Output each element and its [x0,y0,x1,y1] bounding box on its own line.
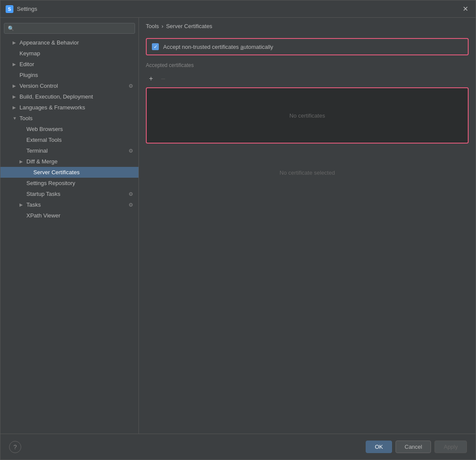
no-cert-selected-text: No certificate selected [146,169,469,176]
checkmark-icon: ✓ [154,44,158,50]
title-bar: S Settings ✕ [0,0,476,18]
sidebar-item-label: Languages & Frameworks [19,104,133,111]
sidebar-item-label: Tools [19,115,133,121]
sidebar-item-label: Build, Execution, Deployment [19,93,133,100]
sidebar-item-label: Diff & Merge [26,158,133,165]
breadcrumb-separator: › [161,23,163,29]
arrow-icon: ▼ [13,116,19,121]
sidebar-item-label: Terminal [26,147,129,154]
help-button[interactable]: ? [9,441,21,453]
cert-toolbar: + – [146,72,469,86]
sidebar-item-plugins[interactable]: Plugins [0,70,138,80]
sidebar-item-diff-merge[interactable]: ▶ Diff & Merge [0,156,138,167]
arrow-icon: ▶ [13,40,19,45]
remove-cert-button[interactable]: – [158,73,168,84]
apply-button[interactable]: Apply [434,441,467,453]
app-icon: S [6,5,13,13]
sidebar-item-settings-repository[interactable]: Settings Repository [0,178,138,188]
sidebar-item-label: Tasks [26,201,129,208]
sidebar-item-appearance[interactable]: ▶ Appearance & Behavior [0,37,138,48]
breadcrumb-current: Server Certificates [166,23,212,29]
action-buttons: OK Cancel Apply [366,441,467,453]
arrow-icon: ▶ [13,83,19,88]
sidebar-item-label: Keymap [19,50,133,57]
accept-certs-checkbox[interactable]: ✓ [152,43,159,50]
sidebar-item-languages[interactable]: ▶ Languages & Frameworks [0,102,138,113]
window-title: Settings [17,6,460,12]
settings-window: S Settings ✕ 🔍 ▶ Appearance & Behavior K… [0,0,476,460]
settings-icon: ⚙ [129,83,133,89]
ok-button[interactable]: OK [366,441,392,453]
sidebar-item-label: Plugins [19,72,133,78]
accepted-certs-section-label: Accepted certificates [146,62,469,68]
settings-icon: ⚙ [129,202,133,208]
sidebar-item-label: Editor [19,61,133,67]
sidebar-item-tools[interactable]: ▼ Tools [0,113,138,124]
arrow-icon: ▶ [13,94,19,99]
sidebar-item-label: Appearance & Behavior [19,39,133,46]
content-area: ✓ Accept non-trusted certificates automa… [139,35,476,434]
cancel-button[interactable]: Cancel [396,441,431,453]
bottom-bar: ? OK Cancel Apply [0,434,476,460]
sidebar-item-external-tools[interactable]: External Tools [0,134,138,145]
sidebar-item-label: External Tools [26,137,133,143]
sidebar-item-tasks[interactable]: ▶ Tasks ⚙ [0,199,138,210]
sidebar-item-label: Server Certificates [33,169,133,176]
arrow-icon: ▶ [13,105,19,110]
cert-list-box: No certificates [146,87,469,144]
sidebar-item-keymap[interactable]: Keymap [0,48,138,59]
sidebar-item-server-certificates[interactable]: Server Certificates [0,167,138,178]
breadcrumb-parent: Tools [146,23,159,29]
breadcrumb: Tools › Server Certificates [139,18,476,35]
search-icon: 🔍 [8,26,14,32]
settings-icon: ⚙ [129,148,133,154]
arrow-icon: ▶ [13,62,19,67]
sidebar-item-web-browsers[interactable]: Web Browsers [0,124,138,134]
arrow-icon: ▶ [19,202,26,207]
sidebar-item-xpath-viewer[interactable]: XPath Viewer [0,210,138,221]
sidebar-item-label: Version Control [19,83,129,89]
accept-certs-label: Accept non-trusted certificates automati… [163,44,273,50]
search-box[interactable]: 🔍 [4,23,135,34]
settings-icon: ⚙ [129,191,133,197]
sidebar-item-terminal[interactable]: Terminal ⚙ [0,145,138,156]
sidebar-item-label: Settings Repository [26,180,133,186]
sidebar-item-editor[interactable]: ▶ Editor [0,59,138,70]
add-cert-button[interactable]: + [146,73,156,84]
sidebar-item-build[interactable]: ▶ Build, Execution, Deployment [0,91,138,102]
no-certs-text: No certificates [289,112,325,119]
sidebar-item-label: XPath Viewer [26,212,133,219]
sidebar-item-label: Web Browsers [26,126,133,132]
sidebar-item-label: Startup Tasks [26,191,129,197]
arrow-icon: ▶ [19,159,26,164]
close-button[interactable]: ✕ [460,4,470,14]
sidebar-item-startup-tasks[interactable]: Startup Tasks ⚙ [0,188,138,199]
sidebar-item-version-control[interactable]: ▶ Version Control ⚙ [0,80,138,91]
accept-certs-row: ✓ Accept non-trusted certificates automa… [146,38,469,55]
search-input[interactable] [17,25,131,32]
main-content: 🔍 ▶ Appearance & Behavior Keymap ▶ Edito… [0,18,476,434]
right-panel: Tools › Server Certificates ✓ Accept non… [139,18,476,434]
sidebar: 🔍 ▶ Appearance & Behavior Keymap ▶ Edito… [0,18,139,434]
